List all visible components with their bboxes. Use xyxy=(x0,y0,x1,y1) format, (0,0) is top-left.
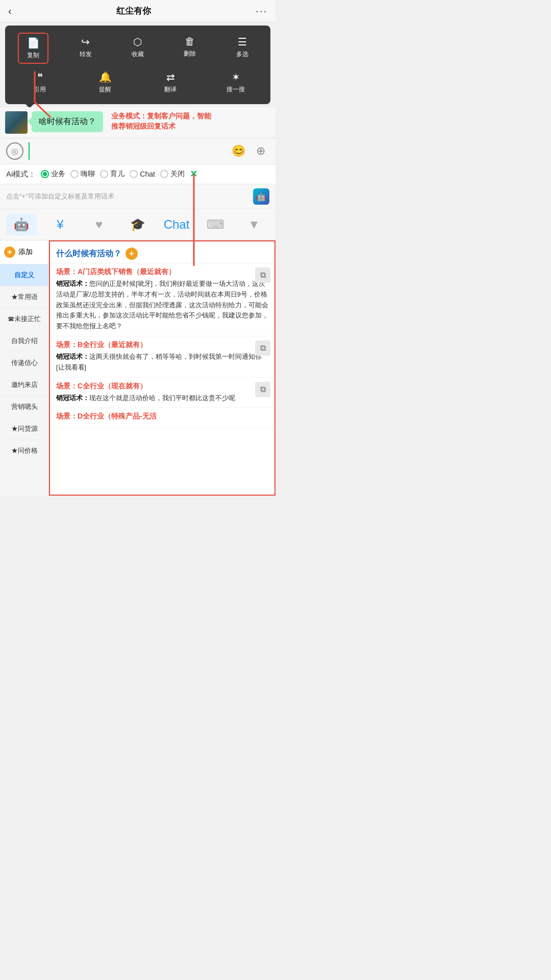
toolbar: 🤖¥♥🎓Chat⌨▼ xyxy=(0,209,276,240)
radio-circle-chat xyxy=(130,170,138,178)
input-area: ◎ 😊 ⊕ xyxy=(0,138,276,164)
menu-item-转发[interactable]: ↪转发 xyxy=(70,33,101,64)
sidebar-item-marketing[interactable]: 营销嗯头 xyxy=(0,396,48,418)
toolbar-icon-hat: 🎓 xyxy=(130,217,145,232)
scene-label-A: 场景：A门店类线下销售（最近就有） xyxy=(56,267,268,277)
radio-label-casual: 嗨聊 xyxy=(81,169,95,179)
ai-label: Ai模式： xyxy=(6,169,36,179)
toolbar-icon-keyboard: ⌨ xyxy=(207,217,224,232)
toolbar-item-chatbot[interactable]: 🤖 xyxy=(6,213,37,236)
toolbar-item-heart[interactable]: ♥ xyxy=(84,213,114,236)
menu-item-复制[interactable]: 📄复制 xyxy=(18,33,48,64)
ai-option-business[interactable]: 业务 xyxy=(41,169,65,179)
menu-label: 复制 xyxy=(27,51,39,60)
toolbar-icon-chatbot: 🤖 xyxy=(14,217,29,232)
toolbar-item-hat[interactable]: 🎓 xyxy=(122,213,153,236)
sidebar-item-custom[interactable]: 自定义 xyxy=(0,264,48,286)
context-menu-row1: 📄复制↪转发⬡收藏🗑删除☰多选 xyxy=(7,31,268,66)
menu-label: 转发 xyxy=(80,50,92,59)
sales-label-A: 销冠话术： xyxy=(56,280,89,287)
copy-button-C[interactable]: ⧉ xyxy=(255,382,270,397)
plus-icon: ⊕ xyxy=(256,144,265,158)
add-button[interactable]: + 添加 xyxy=(0,240,48,264)
menu-label: 提醒 xyxy=(99,85,111,94)
right-content: 什么时候有活动？ + 场景：A门店类线下销售（最近就有）销冠话术：您问的正是时候… xyxy=(49,240,276,496)
chatbot-icon-symbol: 🤖 xyxy=(256,192,266,202)
menu-label: 引用 xyxy=(34,85,46,94)
menu-icon-多选: ☰ xyxy=(238,36,247,48)
scene-block-B: 场景：B全行业（最近就有）销冠话术：这两天很快就会有了，稍等等哈，到时候我第一时… xyxy=(50,336,274,378)
sales-label-C: 销冠话术： xyxy=(56,394,89,402)
add-scene-button[interactable]: + xyxy=(126,248,138,260)
left-sidebar: + 添加 自定义★常用语☎未接正忙自我介绍传递信心邀约来店营销嗯头★问货源★问价… xyxy=(0,240,49,496)
radio-label-business: 业务 xyxy=(51,169,65,179)
menu-item-引用[interactable]: ❝引用 xyxy=(24,68,55,97)
question-header: 什么时候有活动？ + xyxy=(50,241,274,263)
chatbot-icon[interactable]: 🤖 xyxy=(253,188,269,205)
add-label: 添加 xyxy=(18,248,33,257)
scene-label-B: 场景：B全行业（最近就有） xyxy=(56,340,268,350)
scene-content-A: 销冠话术：您问的正是时候[呲牙]，我们刚好最近要做一场大活动，这次活动是厂家/总… xyxy=(56,279,268,332)
more-icon[interactable]: ··· xyxy=(256,5,267,17)
toolbar-item-money[interactable]: ¥ xyxy=(45,213,76,236)
menu-item-搜一搜[interactable]: ✶搜一搜 xyxy=(220,68,251,97)
menu-label: 收藏 xyxy=(132,50,144,59)
top-nav: ‹ 红尘有你 ··· xyxy=(0,0,276,22)
ai-option-parenting[interactable]: 育儿 xyxy=(100,169,124,179)
emoji-button[interactable]: 😊 xyxy=(230,142,247,160)
ai-option-casual[interactable]: 嗨聊 xyxy=(70,169,95,179)
ai-mode-bar: Ai模式： 业务嗨聊育儿Chat关闭✕ xyxy=(0,164,276,184)
scene-label-C: 场景：C全行业（现在就有） xyxy=(56,382,268,391)
toolbar-item-down[interactable]: ▼ xyxy=(239,213,269,236)
scene-content-B: 销冠话术：这两天很快就会有了，稍等等哈，到时候我第一时间通知你[让我看看] xyxy=(56,352,268,373)
sidebar-item-transfer[interactable]: 传递信心 xyxy=(0,352,48,374)
scene-block-A: 场景：A门店类线下销售（最近就有）销冠话术：您问的正是时候[呲牙]，我们刚好最近… xyxy=(50,263,274,336)
sidebar-item-source[interactable]: ★问货源 xyxy=(0,418,48,440)
sidebar-item-missed[interactable]: ☎未接正忙 xyxy=(0,308,48,330)
menu-item-翻译[interactable]: ⇄翻译 xyxy=(155,68,186,97)
menu-item-提醒[interactable]: 🔔提醒 xyxy=(90,68,120,97)
menu-icon-提醒: 🔔 xyxy=(99,71,112,83)
hint-bar: 点击"+"可添加自定义标签及常用话术 🤖 xyxy=(0,184,276,209)
ai-option-off[interactable]: 关闭 xyxy=(160,169,185,179)
plus-button[interactable]: ⊕ xyxy=(252,142,269,160)
page-title: 红尘有你 xyxy=(116,5,151,17)
toolbar-icon-down: ▼ xyxy=(248,217,260,232)
ai-close-button[interactable]: ✕ xyxy=(190,168,197,180)
menu-label: 多选 xyxy=(236,50,248,59)
scene-block-D: 场景：D全行业（特殊产品-无活 xyxy=(50,408,274,428)
toolbar-item-chat2[interactable]: Chat xyxy=(161,213,192,236)
sidebar-item-common[interactable]: ★常用语 xyxy=(0,286,48,308)
toolbar-icon-chat2: Chat xyxy=(164,217,190,232)
copy-button-A[interactable]: ⧉ xyxy=(255,267,270,283)
menu-item-删除[interactable]: 🗑删除 xyxy=(174,33,205,64)
radio-circle-parenting xyxy=(100,170,108,178)
context-menu: 📄复制↪转发⬡收藏🗑删除☰多选 ❝引用🔔提醒⇄翻译✶搜一搜 xyxy=(5,26,270,104)
hint-text: 点击"+"可添加自定义标签及常用话术 xyxy=(6,192,114,201)
voice-button[interactable]: ◎ xyxy=(6,142,23,160)
context-menu-row2: ❝引用🔔提醒⇄翻译✶搜一搜 xyxy=(7,66,268,99)
menu-item-多选[interactable]: ☰多选 xyxy=(227,33,258,64)
toolbar-item-keyboard[interactable]: ⌨ xyxy=(200,213,231,236)
radio-circle-business xyxy=(41,170,49,178)
ai-option-chat[interactable]: Chat xyxy=(130,170,155,178)
toolbar-icon-money: ¥ xyxy=(57,217,63,232)
menu-icon-删除: 🗑 xyxy=(185,36,195,47)
chat-annotation-area: 啥时候有活动？ 业务模式：复制客户问题，智能推荐销冠级回复话术 xyxy=(0,107,276,138)
sales-label-B: 销冠话术： xyxy=(56,353,89,360)
copy-button-B[interactable]: ⧉ xyxy=(255,340,270,356)
scene-label-D: 场景：D全行业（特殊产品-无活 xyxy=(56,412,268,421)
scene-content-C: 销冠话术：现在这个就是活动价哈，我们平时都比这贵不少呢 xyxy=(56,393,268,404)
scene-block-C: 场景：C全行业（现在就有）销冠话术：现在这个就是活动价哈，我们平时都比这贵不少呢… xyxy=(50,378,274,408)
toolbar-icon-heart: ♥ xyxy=(95,217,103,232)
sidebar-item-intro[interactable]: 自我介绍 xyxy=(0,330,48,352)
voice-icon: ◎ xyxy=(11,146,18,156)
emoji-icon: 😊 xyxy=(232,144,245,158)
menu-item-收藏[interactable]: ⬡收藏 xyxy=(122,33,153,64)
radio-label-parenting: 育儿 xyxy=(110,169,124,179)
message-input[interactable] xyxy=(29,142,224,160)
menu-icon-复制: 📄 xyxy=(27,37,40,49)
back-icon[interactable]: ‹ xyxy=(8,5,12,17)
sidebar-item-price[interactable]: ★问价格 xyxy=(0,440,48,462)
sidebar-item-invite[interactable]: 邀约来店 xyxy=(0,374,48,396)
